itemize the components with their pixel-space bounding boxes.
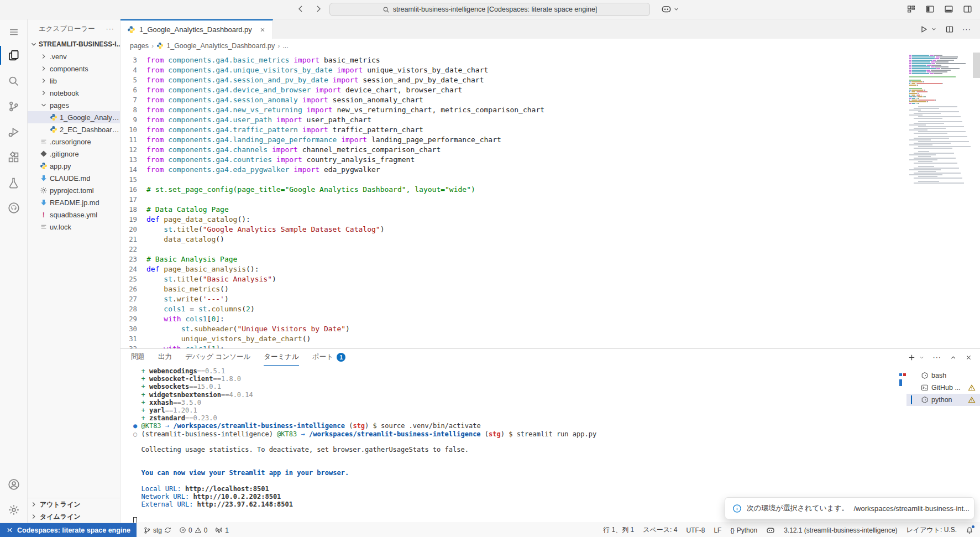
terminal-instance-github-[interactable]: GitHub ... xyxy=(906,382,980,394)
nav-back-icon[interactable] xyxy=(296,4,305,13)
chevron-down-icon[interactable] xyxy=(919,354,925,361)
code-line[interactable]: 11from components.ga4.landing_page_perfo… xyxy=(120,135,980,145)
customize-layout-icon[interactable] xyxy=(906,4,916,14)
toggle-sidebar-icon[interactable] xyxy=(925,4,935,14)
maximize-panel-icon[interactable] xyxy=(950,354,957,361)
activitybar-menu-icon[interactable] xyxy=(0,22,28,43)
code-line[interactable]: 14from components.ga4.eda_pygwalker impo… xyxy=(120,165,980,175)
language-mode[interactable]: {} Python xyxy=(730,526,757,534)
explorer-more-actions[interactable]: ··· xyxy=(106,25,115,33)
tree-item-components[interactable]: components xyxy=(28,62,120,75)
outline-section[interactable]: アウトライン xyxy=(28,498,120,510)
encoding[interactable]: UTF-8 xyxy=(686,526,705,534)
minimap[interactable] xyxy=(909,55,971,184)
tree-item-notebook[interactable]: notebook xyxy=(28,87,120,99)
code-line[interactable]: 7from components.ga4.session_anomaly imp… xyxy=(120,95,980,105)
code-line[interactable]: 26 basic_metrics() xyxy=(120,284,980,294)
command-center-search[interactable]: streamlit-business-intelligence [Codespa… xyxy=(329,3,650,16)
more-actions-icon[interactable]: ··· xyxy=(962,25,971,33)
tree-item-readme-jp-md[interactable]: README.jp.md xyxy=(28,196,120,208)
notifications-bell[interactable] xyxy=(966,526,973,534)
tree-item--cursorignore[interactable]: .cursorignore xyxy=(28,135,120,148)
code-line[interactable]: 23# Basic Analysis Page xyxy=(120,254,980,264)
code-line[interactable]: 6from components.ga4.device_and_browser … xyxy=(120,85,980,95)
keyboard-layout[interactable]: レイアウト: U.S. xyxy=(906,525,957,535)
code-line[interactable]: 5from components.ga4.session_and_pv_by_d… xyxy=(120,75,980,85)
tree-item-claude-md[interactable]: CLAUDE.md xyxy=(28,172,120,184)
code-line[interactable]: 15 xyxy=(120,175,980,185)
code-line[interactable]: 25 st.title("Basic Analysis") xyxy=(120,274,980,284)
activitybar-search-icon[interactable] xyxy=(0,68,28,93)
breadcrumb-pages[interactable]: pages xyxy=(130,42,149,50)
code-editor[interactable]: 3from components.ga4.basic_metrics impor… xyxy=(120,53,980,348)
eol[interactable]: LF xyxy=(714,526,721,534)
code-line[interactable]: 17 xyxy=(120,195,980,205)
toggle-secondary-sidebar-icon[interactable] xyxy=(963,4,972,14)
activitybar-account-icon[interactable] xyxy=(0,472,28,497)
split-editor-icon[interactable] xyxy=(945,25,954,34)
activitybar-extensions-icon[interactable] xyxy=(0,144,28,170)
tree-item-app-py[interactable]: app.py xyxy=(28,160,120,172)
close-icon[interactable] xyxy=(259,27,266,33)
panel-tab-デバッグ コンソール[interactable]: デバッグ コンソール xyxy=(185,349,250,366)
tree-item-2-ec-dashboard-py[interactable]: 2_EC_Dashboard.py xyxy=(28,123,120,135)
panel-tab-問題[interactable]: 問題 xyxy=(131,349,145,366)
ports-indicator[interactable]: 1 xyxy=(215,526,229,534)
code-line[interactable]: 10from components.ga4.traffic_pattern im… xyxy=(120,125,980,135)
code-line[interactable]: 30 st.subheader("Unique Visitors by Date… xyxy=(120,324,980,334)
breadcrumb[interactable]: pages › 1_Google_Analytics_Dashboard.py … xyxy=(120,39,980,53)
code-line[interactable]: 8from components.ga4.new_vs_returning im… xyxy=(120,105,980,115)
python-interpreter[interactable]: 3.12.1 (streamlit-business-intelligence) xyxy=(784,526,897,534)
tree-item-lib[interactable]: lib xyxy=(28,75,120,87)
code-line[interactable]: 19def page_data_catalog(): xyxy=(120,215,980,225)
activitybar-source-control-icon[interactable] xyxy=(0,93,28,119)
timeline-section[interactable]: タイムライン xyxy=(28,510,120,523)
more-actions-icon[interactable]: ··· xyxy=(933,353,942,361)
remote-indicator[interactable]: Codespaces: literate space engine xyxy=(0,523,137,537)
code-line[interactable]: 27 st.write('---') xyxy=(120,294,980,304)
run-python-file-icon[interactable] xyxy=(919,25,928,34)
branch-indicator[interactable]: stg xyxy=(143,526,171,534)
code-line[interactable]: 12from components.ga4.channels import ch… xyxy=(120,145,980,155)
terminal-instance-bash[interactable]: bash xyxy=(906,369,980,382)
code-line[interactable]: 28 cols1 = st.columns(2) xyxy=(120,304,980,314)
indentation[interactable]: スペース: 4 xyxy=(643,525,677,535)
new-terminal-icon[interactable] xyxy=(908,353,916,362)
code-line[interactable]: 4from components.ga4.unique_visitors_by_… xyxy=(120,65,980,75)
code-line[interactable]: 20 st.title("Google Analytics Sample Dat… xyxy=(120,225,980,234)
tree-item-pages[interactable]: pages xyxy=(28,99,120,111)
terminal-instance-python[interactable]: python xyxy=(906,394,980,406)
chevron-down-icon[interactable] xyxy=(931,26,937,32)
tree-item--gitignore[interactable]: .gitignore xyxy=(28,148,120,160)
copilot-status[interactable] xyxy=(766,526,775,535)
tab-google-analytics-dashboard[interactable]: 1_Google_Analytics_Dashboard.py xyxy=(120,19,273,39)
editor-scrollbar[interactable] xyxy=(973,53,980,78)
code-line[interactable]: 24def page_basic_analysis(): xyxy=(120,264,980,274)
panel-tab-ポート[interactable]: ポート1 xyxy=(312,349,345,366)
code-line[interactable]: 18# Data Catalog Page xyxy=(120,205,980,215)
tree-item-squadbase-yml[interactable]: !squadbase.yml xyxy=(28,208,120,221)
code-line[interactable]: 29 with cols1[0]: xyxy=(120,314,980,324)
code-line[interactable]: 9from components.ga4.user_path import us… xyxy=(120,115,980,125)
activitybar-test-beaker-icon[interactable] xyxy=(0,170,28,195)
code-line[interactable]: 21 data_catalog() xyxy=(120,234,980,244)
code-line[interactable]: 32 with cols1[1]: xyxy=(120,344,980,348)
code-line[interactable]: 13from components.ga4.countries import c… xyxy=(120,155,980,165)
code-line[interactable]: 22 xyxy=(120,244,980,254)
activitybar-explorer-icon[interactable] xyxy=(0,43,28,68)
close-panel-icon[interactable] xyxy=(965,354,972,361)
activitybar-settings-gear-icon[interactable] xyxy=(0,497,28,523)
tree-item--venv[interactable]: .venv xyxy=(28,50,120,62)
code-line[interactable]: 16# st.set_page_config(page_title="Googl… xyxy=(120,185,980,195)
breadcrumb-file[interactable]: 1_Google_Analytics_Dashboard.py xyxy=(166,42,275,50)
cursor-position[interactable]: 行 1、列 1 xyxy=(603,525,634,535)
panel-tab-ターミナル[interactable]: ターミナル xyxy=(264,349,299,366)
notification-toast[interactable]: 次の環境が選択されています。 /workspaces/streamlit-bus… xyxy=(725,497,974,519)
copilot-menu[interactable] xyxy=(661,4,679,14)
code-line[interactable]: 31 unique_vistors_by_date_chart() xyxy=(120,334,980,344)
breadcrumb-symbol[interactable]: ... xyxy=(282,42,288,50)
toggle-panel-icon[interactable] xyxy=(944,4,953,14)
tree-item-pyproject-toml[interactable]: pyproject.toml xyxy=(28,184,120,196)
activitybar-github-icon[interactable] xyxy=(0,195,28,221)
workspace-root-folder[interactable]: STREAMLIT-BUSINESS-I... xyxy=(28,38,120,50)
